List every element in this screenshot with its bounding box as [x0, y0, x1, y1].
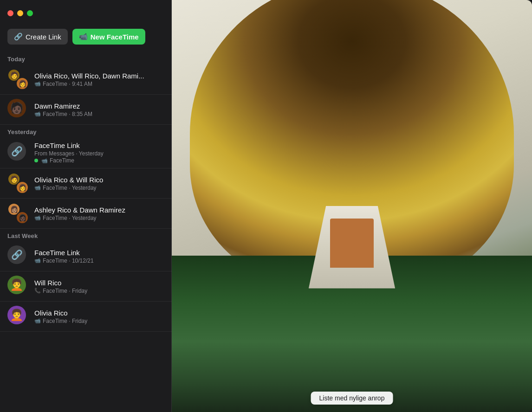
traffic-lights [7, 10, 33, 16]
video-icon: 📹 [34, 111, 41, 117]
call-name: FaceTime Link [34, 249, 164, 257]
video-icon: 📹 [34, 185, 41, 191]
call-name: Olivia Rico, Will Rico, Dawn Rami... [34, 72, 164, 80]
list-item[interactable]: 👩🏽 👩🏿 Ashley Rico & Dawn Ramirez 📹 FaceT… [0, 199, 172, 229]
call-meta: 📹 FaceTime · Yesterday [34, 215, 164, 221]
call-meta: 📹 FaceTime · Yesterday [34, 185, 164, 191]
video-icon: 📹 [34, 215, 41, 221]
list-item[interactable]: 🧑 👩 Olivia Rico & Will Rico 📹 FaceTime ·… [0, 168, 172, 199]
section-header-last-week: Last Week [0, 229, 172, 241]
sidebar: 🔗 Create Link 📹 New FaceTime Today 🧑 👩 [0, 0, 172, 412]
action-buttons: 🔗 Create Link 📹 New FaceTime [0, 24, 172, 52]
avatar: 🧑‍🦱 [7, 306, 29, 327]
create-link-button[interactable]: 🔗 Create Link [7, 29, 68, 45]
video-icon: 📹 [34, 258, 41, 264]
neck [330, 219, 373, 268]
avatar-single: 🧑🏿 [7, 99, 26, 117]
link-avatar: 🔗 [7, 142, 26, 161]
main-content: Liste med nylige anrop [172, 0, 532, 412]
caption-text: Liste med nylige anrop [319, 394, 385, 402]
call-info: Ashley Rico & Dawn Ramirez 📹 FaceTime · … [34, 206, 164, 221]
link-icon: 🔗 [14, 32, 23, 41]
facetime-video: Liste med nylige anrop [172, 0, 532, 412]
avatar: 🧑🏿 [7, 99, 29, 120]
phone-icon: 📞 [34, 288, 41, 294]
link-avatar: 🔗 [7, 245, 26, 264]
call-info: Will Rico 📞 FaceTime · Friday [34, 279, 164, 294]
call-info: Olivia Rico, Will Rico, Dawn Rami... 📹 F… [34, 72, 164, 87]
video-camera-icon: 📹 [79, 32, 88, 41]
call-meta: 📹 FaceTime · Friday [34, 318, 164, 324]
avatar-small: 👩 [16, 77, 29, 90]
section-header-today: Today [0, 52, 172, 64]
caption: Liste med nylige anrop [311, 392, 393, 405]
call-type: FaceTime · 8:35 AM [43, 111, 92, 117]
video-icon: 📹 [41, 158, 48, 164]
list-item[interactable]: 🧑‍🦱 Will Rico 📞 FaceTime · Friday [0, 271, 172, 302]
call-type: FaceTime · Friday [43, 288, 87, 294]
avatar: 🧑 👩 [7, 173, 29, 194]
new-facetime-button[interactable]: 📹 New FaceTime [72, 29, 145, 45]
minimize-button[interactable] [17, 10, 23, 16]
call-meta: 📹 FaceTime · 8:35 AM [34, 111, 164, 117]
call-meta: 📞 FaceTime · Friday [34, 288, 164, 294]
list-item[interactable]: 🧑‍🦱 Olivia Rico 📹 FaceTime · Friday [0, 302, 172, 332]
call-type: FaceTime · Yesterday [43, 185, 97, 191]
avatar: 🧑 👩 [7, 69, 29, 90]
avatar: 🔗 [7, 142, 29, 163]
call-list: Today 🧑 👩 Olivia Rico, Will Rico, Dawn R… [0, 52, 172, 412]
call-info: Olivia Rico & Will Rico 📹 FaceTime · Yes… [34, 176, 164, 191]
avatar: 🔗 [7, 245, 29, 267]
list-item[interactable]: 🔗 FaceTime Link From Messages · Yesterda… [0, 137, 172, 168]
avatar-small: 👩 [16, 181, 29, 194]
call-type: FaceTime [50, 157, 74, 164]
avatar: 🧑‍🦱 [7, 276, 29, 297]
call-meta: 📹 FaceTime · 9:41 AM [34, 81, 164, 87]
close-button[interactable] [7, 10, 13, 16]
app-window: 🔗 Create Link 📹 New FaceTime Today 🧑 👩 [0, 0, 532, 412]
list-item[interactable]: 🧑🏿 Dawn Ramirez 📹 FaceTime · 8:35 AM [0, 95, 172, 125]
call-name: Will Rico [34, 279, 164, 287]
call-name: Olivia Rico [34, 309, 164, 317]
call-name: FaceTime Link [34, 142, 164, 149]
call-name: Dawn Ramirez [34, 102, 164, 110]
avatar-single: 🧑‍🦱 [7, 306, 26, 324]
call-meta: 📹 FaceTime · 10/12/21 [34, 258, 164, 264]
call-name: Ashley Rico & Dawn Ramirez [34, 206, 164, 214]
call-type: FaceTime · Friday [43, 318, 87, 324]
avatar-small: 👩🏿 [16, 211, 29, 224]
titlebar [0, 0, 172, 24]
avatar-single: 🧑‍🦱 [7, 276, 26, 294]
new-facetime-label: New FaceTime [91, 33, 139, 41]
maximize-button[interactable] [27, 10, 33, 16]
call-meta-secondary: 📹 FaceTime [34, 157, 164, 164]
source-text: From Messages · Yesterday [34, 150, 104, 157]
call-info: FaceTime Link From Messages · Yesterday … [34, 142, 164, 164]
section-header-yesterday: Yesterday [0, 125, 172, 137]
video-icon: 📹 [34, 318, 41, 324]
create-link-label: Create Link [26, 33, 61, 41]
call-name: Olivia Rico & Will Rico [34, 176, 164, 184]
call-type: FaceTime · 10/12/21 [43, 258, 94, 264]
source-badge [34, 159, 38, 162]
call-info: Dawn Ramirez 📹 FaceTime · 8:35 AM [34, 102, 164, 117]
list-item[interactable]: 🔗 FaceTime Link 📹 FaceTime · 10/12/21 [0, 241, 172, 271]
video-icon: 📹 [34, 81, 41, 87]
call-type: FaceTime · 9:41 AM [43, 81, 92, 87]
avatar: 👩🏽 👩🏿 [7, 203, 29, 224]
call-meta: From Messages · Yesterday [34, 150, 164, 157]
call-info: FaceTime Link 📹 FaceTime · 10/12/21 [34, 249, 164, 264]
list-item[interactable]: 🧑 👩 Olivia Rico, Will Rico, Dawn Rami...… [0, 64, 172, 95]
call-info: Olivia Rico 📹 FaceTime · Friday [34, 309, 164, 324]
call-type: FaceTime · Yesterday [43, 215, 97, 221]
